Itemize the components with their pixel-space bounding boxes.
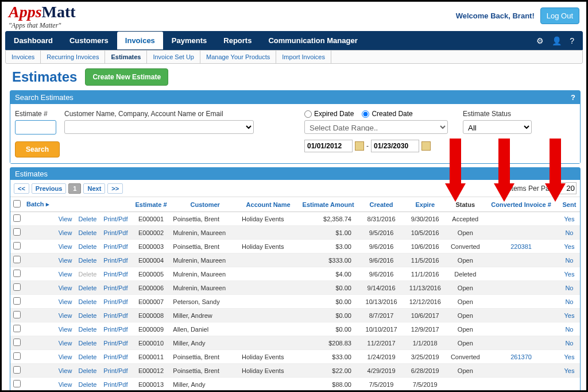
gear-icon[interactable]: ⚙	[536, 36, 544, 45]
estimate-num-input[interactable]	[15, 120, 56, 134]
print-link[interactable]: Print/Pdf	[103, 257, 127, 264]
subnav-item-import-invoices[interactable]: Import Invoices	[276, 51, 331, 63]
sent-link[interactable]: Yes	[564, 367, 574, 374]
print-link[interactable]: Print/Pdf	[103, 298, 127, 305]
view-link[interactable]: View	[59, 298, 72, 305]
print-link[interactable]: Print/Pdf	[103, 229, 127, 236]
print-link[interactable]: Print/Pdf	[103, 216, 127, 222]
sent-link[interactable]: Yes	[564, 353, 574, 360]
row-checkbox[interactable]	[13, 256, 21, 263]
converted-invoice-link[interactable]: 220381	[510, 243, 532, 250]
delete-link[interactable]: Delete	[79, 367, 97, 374]
view-link[interactable]: View	[59, 353, 72, 360]
print-link[interactable]: Print/Pdf	[103, 326, 127, 333]
create-estimate-button[interactable]: Create New Estimate	[85, 68, 168, 86]
nav-item-reports[interactable]: Reports	[215, 32, 260, 49]
sent-link[interactable]: No	[565, 298, 573, 305]
print-link[interactable]: Print/Pdf	[103, 381, 127, 388]
nav-item-customers[interactable]: Customers	[61, 32, 117, 49]
expired-date-radio[interactable]: Expired Date	[304, 110, 354, 118]
date-from-input[interactable]	[304, 140, 353, 152]
sent-link[interactable]: Yes	[564, 271, 574, 278]
subnav-item-recurring-invoices[interactable]: Recurring Invoices	[41, 51, 105, 63]
print-link[interactable]: Print/Pdf	[103, 353, 127, 360]
pager-first[interactable]: <<	[14, 183, 29, 194]
pager-prev[interactable]: Previous	[32, 183, 66, 194]
row-checkbox[interactable]	[13, 228, 21, 236]
search-help-icon[interactable]: ?	[571, 93, 575, 102]
logout-button[interactable]: Log Out	[540, 7, 579, 24]
delete-link[interactable]: Delete	[79, 257, 97, 264]
row-checkbox[interactable]	[13, 311, 21, 318]
converted-invoice-link[interactable]: 261370	[510, 353, 532, 360]
delete-link[interactable]: Delete	[79, 326, 97, 333]
row-checkbox[interactable]	[13, 242, 21, 249]
view-link[interactable]: View	[59, 257, 72, 264]
view-link[interactable]: View	[59, 340, 72, 347]
help-icon[interactable]: ?	[570, 36, 574, 45]
nav-item-invoices[interactable]: Invoices	[117, 32, 164, 49]
col-account[interactable]: Account Name	[239, 197, 297, 212]
print-link[interactable]: Print/Pdf	[103, 367, 127, 374]
date-range-select[interactable]: Select Date Range..	[304, 120, 448, 134]
delete-link[interactable]: Delete	[79, 229, 97, 236]
sent-link[interactable]: No	[565, 340, 573, 347]
col-expire[interactable]: Expire	[403, 197, 447, 212]
row-checkbox[interactable]	[13, 380, 21, 387]
row-checkbox[interactable]	[13, 325, 21, 332]
calendar-icon[interactable]	[421, 141, 431, 151]
col-customer[interactable]: Customer	[171, 197, 239, 212]
search-button[interactable]: Search	[15, 141, 60, 157]
print-link[interactable]: Print/Pdf	[103, 312, 127, 319]
view-link[interactable]: View	[59, 271, 72, 278]
sent-link[interactable]: No	[565, 229, 573, 236]
delete-link[interactable]: Delete	[79, 243, 97, 250]
view-link[interactable]: View	[59, 381, 72, 388]
date-to-input[interactable]	[371, 140, 419, 152]
created-date-radio[interactable]: Created Date	[362, 110, 412, 118]
print-link[interactable]: Print/Pdf	[103, 285, 127, 291]
sent-link[interactable]: No	[565, 285, 573, 291]
row-checkbox[interactable]	[13, 366, 21, 374]
delete-link[interactable]: Delete	[79, 340, 97, 347]
view-link[interactable]: View	[59, 367, 72, 374]
row-checkbox[interactable]	[13, 297, 21, 305]
subnav-item-manage-your-products[interactable]: Manage Your Products	[200, 51, 276, 63]
view-link[interactable]: View	[59, 326, 72, 333]
pager-last[interactable]: >>	[107, 183, 123, 194]
user-icon[interactable]: 👤	[552, 36, 562, 45]
status-select[interactable]: All	[463, 120, 532, 134]
col-created[interactable]: Created	[359, 197, 403, 212]
subnav-item-invoice-set-up[interactable]: Invoice Set Up	[147, 51, 200, 63]
subnav-item-invoices[interactable]: Invoices	[6, 51, 41, 63]
row-checkbox[interactable]	[13, 214, 21, 222]
view-link[interactable]: View	[59, 216, 72, 222]
nav-item-communication-manager[interactable]: Communication Manager	[260, 32, 366, 49]
delete-link[interactable]: Delete	[79, 353, 97, 360]
customer-select[interactable]	[64, 120, 254, 134]
print-link[interactable]: Print/Pdf	[103, 271, 127, 278]
delete-link[interactable]: Delete	[79, 285, 97, 291]
sent-link[interactable]: Yes	[564, 243, 574, 250]
delete-link[interactable]: Delete	[79, 298, 97, 305]
print-link[interactable]: Print/Pdf	[103, 340, 127, 347]
calendar-icon[interactable]	[355, 141, 364, 151]
delete-link[interactable]: Delete	[79, 216, 97, 222]
view-link[interactable]: View	[59, 285, 72, 291]
col-estimate-num[interactable]: Estimate #	[131, 197, 171, 212]
row-checkbox[interactable]	[13, 352, 21, 360]
sent-link[interactable]: No	[565, 326, 573, 333]
delete-link[interactable]: Delete	[79, 312, 97, 319]
print-link[interactable]: Print/Pdf	[103, 243, 127, 250]
select-all-checkbox[interactable]	[13, 200, 21, 207]
nav-item-payments[interactable]: Payments	[164, 32, 215, 49]
col-batch[interactable]: Batch ▸	[24, 197, 55, 212]
subnav-item-estimates[interactable]: Estimates	[105, 51, 147, 63]
pager-next[interactable]: Next	[83, 183, 105, 194]
col-amount[interactable]: Estimate Amount	[297, 197, 359, 212]
view-link[interactable]: View	[59, 312, 72, 319]
row-checkbox[interactable]	[13, 283, 21, 291]
sent-link[interactable]: Yes	[564, 312, 574, 319]
sent-link[interactable]: Yes	[564, 216, 574, 222]
sent-link[interactable]: No	[565, 257, 573, 264]
